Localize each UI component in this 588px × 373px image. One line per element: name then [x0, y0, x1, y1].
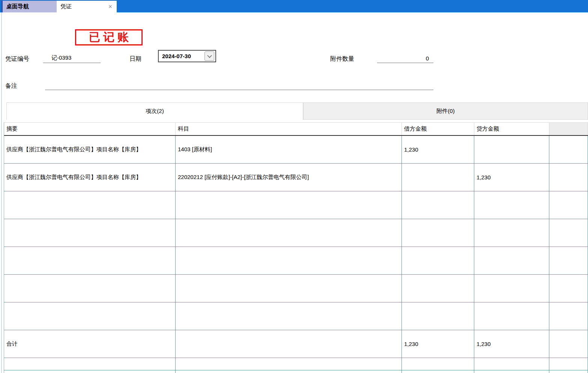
cell-account[interactable] — [176, 358, 402, 370]
table-row — [4, 275, 588, 302]
voucher-no-label: 凭证编号 — [5, 55, 29, 63]
cell-extra[interactable] — [549, 136, 588, 163]
cell-summary[interactable]: 供应商【浙江魏尔普电气有限公司】项目名称【库房】 — [4, 164, 176, 191]
header-cell-account: 科目 — [176, 123, 402, 135]
header-cell-extra — [549, 123, 588, 135]
cell-extra[interactable] — [549, 219, 588, 247]
cell-credit[interactable] — [474, 275, 549, 302]
left-edge-divider — [1, 12, 2, 373]
cell-account[interactable] — [176, 247, 402, 274]
cell-debit[interactable] — [402, 370, 474, 373]
header-cell-debit: 借方金额 — [402, 123, 474, 135]
tab-items[interactable]: 项次(2) — [6, 102, 303, 120]
cell-summary[interactable] — [4, 191, 176, 219]
cell-account[interactable]: 22020212 [应付账款]-[A2]-[浙江魏尔普电气有限公司] — [176, 164, 402, 191]
window-tab-bar: 桌面导航 凭证 × — [0, 0, 588, 12]
date-combobox[interactable]: 2024-07-30 — [158, 50, 216, 62]
cell-credit[interactable] — [474, 136, 549, 163]
attachment-count-label: 附件数量 — [330, 55, 354, 63]
cell-debit[interactable] — [402, 275, 474, 302]
cell-summary[interactable]: 供应商【浙江魏尔普电气有限公司】项目名称【库房】 — [4, 136, 176, 163]
cell-credit[interactable] — [474, 247, 549, 274]
table-header: 摘要 科目 借方金额 贷方金额 — [4, 122, 588, 136]
detail-tab-strip: 项次(2) 附件(0) — [6, 102, 588, 120]
cell-extra[interactable] — [549, 164, 588, 191]
total-row: 合计 1,230 1,230 — [4, 330, 588, 358]
cell-account[interactable] — [176, 302, 402, 330]
table-row — [4, 302, 588, 330]
remark-field[interactable] — [45, 80, 433, 90]
attachment-count-field[interactable]: 0 — [377, 53, 433, 63]
cell-summary[interactable] — [4, 247, 176, 274]
tab-attachments[interactable]: 附件(0) — [303, 102, 588, 120]
cell-summary[interactable] — [4, 275, 176, 302]
total-credit: 1,230 — [474, 330, 549, 358]
cell-summary[interactable] — [4, 302, 176, 330]
tab-desktop-nav-label: 桌面导航 — [6, 3, 29, 10]
tab-voucher[interactable]: 凭证 × — [57, 1, 117, 12]
tab-desktop-nav[interactable]: 桌面导航 — [2, 1, 57, 12]
cell-debit[interactable] — [402, 164, 474, 191]
cell-account[interactable] — [176, 191, 402, 219]
tab-items-label: 项次(2) — [146, 108, 164, 115]
date-label: 日期 — [129, 55, 141, 63]
cell-debit[interactable] — [402, 219, 474, 247]
header-cell-summary: 摘要 — [4, 123, 176, 135]
date-value: 2024-07-30 — [159, 53, 191, 59]
cell-account[interactable] — [176, 219, 402, 247]
close-icon[interactable]: × — [108, 3, 113, 10]
tab-attachments-label: 附件(0) — [436, 108, 454, 115]
tab-voucher-label: 凭证 — [60, 3, 72, 10]
cell-extra[interactable] — [549, 275, 588, 302]
cell-extra[interactable] — [549, 302, 588, 330]
cell-credit[interactable] — [474, 302, 549, 330]
cell-summary[interactable] — [4, 358, 176, 370]
cell-account[interactable] — [176, 275, 402, 302]
header-cell-credit: 贷方金额 — [474, 123, 549, 135]
cell-debit[interactable] — [402, 302, 474, 330]
voucher-table: 摘要 科目 借方金额 贷方金额 供应商【浙江魏尔普电气有限公司】项目名称【库房】… — [4, 122, 588, 373]
cell-extra[interactable] — [549, 191, 588, 219]
cell-credit[interactable] — [474, 191, 549, 219]
cell-extra[interactable] — [549, 358, 588, 370]
cell-debit[interactable] — [402, 191, 474, 219]
cell-credit[interactable] — [474, 358, 549, 370]
cell-summary[interactable] — [4, 219, 176, 247]
cell-debit[interactable] — [402, 247, 474, 274]
table-row — [4, 247, 588, 275]
total-debit: 1,230 — [402, 330, 474, 358]
cell-debit[interactable] — [402, 358, 474, 370]
table-row — [4, 358, 588, 370]
cell-extra[interactable] — [549, 370, 588, 373]
cell-account[interactable]: 1403 [原材料] — [176, 136, 402, 163]
voucher-no-field[interactable]: 记-0393 — [43, 53, 101, 63]
table-row: 供应商【浙江魏尔普电气有限公司】项目名称【库房】 1403 [原材料] 1,23… — [4, 136, 588, 164]
cell-credit[interactable] — [474, 219, 549, 247]
total-extra — [549, 330, 588, 358]
voucher-window: 桌面导航 凭证 × 已记账 凭证编号 记-0393 日期 2024-07-30 … — [0, 0, 588, 373]
cell-extra[interactable] — [549, 247, 588, 274]
date-dropdown-button[interactable] — [205, 51, 214, 61]
cell-summary[interactable] — [4, 370, 176, 373]
posted-stamp-label: 已记账 — [86, 30, 132, 45]
cell-debit[interactable]: 1,230 — [402, 136, 474, 163]
table-row: 供应商【浙江魏尔普电气有限公司】项目名称【库房】 22020212 [应付账款]… — [4, 164, 588, 191]
chevron-down-icon — [207, 53, 212, 58]
posted-stamp: 已记账 — [75, 29, 143, 45]
total-label: 合计 — [4, 330, 176, 358]
cell-credit[interactable] — [474, 370, 549, 373]
cell-account[interactable] — [176, 370, 402, 373]
table-row — [4, 219, 588, 247]
table-row — [4, 370, 588, 373]
table-row — [4, 191, 588, 219]
total-account — [176, 330, 402, 358]
table-body: 供应商【浙江魏尔普电气有限公司】项目名称【库房】 1403 [原材料] 1,23… — [4, 136, 588, 373]
cell-credit[interactable]: 1,230 — [474, 164, 549, 191]
remark-label: 备注 — [5, 82, 17, 90]
